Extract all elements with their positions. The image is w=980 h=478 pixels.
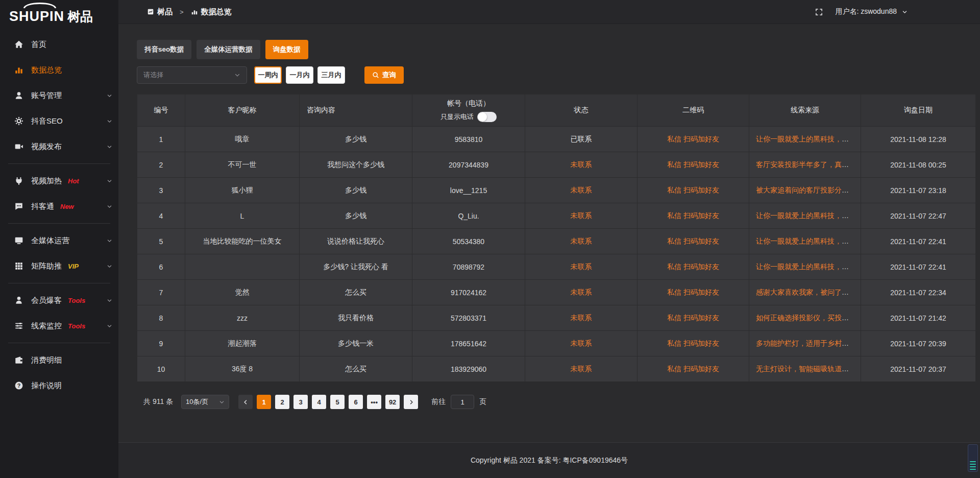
page-button-5[interactable]: 5 [330, 395, 345, 409]
source-link[interactable]: 让你一眼就爱上的黑科技，能... [756, 211, 855, 220]
sidebar-nav: 首页数据总览账号管理抖音SEO视频发布视频加热Hot抖客通New全媒体运营矩阵助… [0, 28, 118, 398]
page-button-6[interactable]: 6 [349, 395, 363, 409]
cell-id: 7 [137, 280, 185, 305]
sidebar-item-heat[interactable]: 视频加热Hot [0, 168, 118, 194]
qrcode-link[interactable]: 私信 扫码加好友 [667, 365, 719, 373]
qrcode-link[interactable]: 私信 扫码加好友 [667, 314, 719, 322]
source-link[interactable]: 无主灯设计，智能磁吸轨道灯... [756, 365, 855, 373]
sliders-icon [14, 321, 23, 330]
sidebar-badge: Hot [68, 177, 79, 185]
breadcrumb-current: 数据总览 [191, 7, 232, 17]
sidebar-item-home[interactable]: 首页 [0, 32, 118, 57]
cell-content: 怎么买 [300, 280, 412, 305]
table-row: 2不可一世我想问这个多少钱2097344839未联系私信 扫码加好友客厅安装投影… [137, 152, 976, 178]
sidebar-divider [8, 223, 110, 224]
cell-nickname: L [185, 203, 300, 229]
sidebar-item-video[interactable]: 视频发布 [0, 134, 118, 159]
period-button-0[interactable]: 一周内 [254, 66, 282, 84]
cell-content: 多少钱 [300, 178, 412, 203]
source-link[interactable]: 被大家追着问的客厅投影分享... [756, 186, 855, 194]
page-button-4[interactable]: 4 [312, 395, 326, 409]
cell-nickname: 当地比较能吃的一位美女 [185, 229, 300, 254]
next-page-button[interactable] [404, 395, 418, 409]
period-button-1[interactable]: 一月内 [286, 66, 313, 84]
page-size-select[interactable]: 10条/页 [181, 395, 229, 409]
query-button[interactable]: 查询 [364, 66, 404, 84]
tab-0[interactable]: 抖音seo数据 [137, 40, 191, 59]
source-link[interactable]: 客厅安装投影半年多了，真实... [756, 160, 855, 169]
tab-2[interactable]: 询盘数据 [265, 40, 308, 59]
status-badge: 未联系 [525, 305, 638, 331]
qrcode-link[interactable]: 私信 扫码加好友 [667, 211, 719, 220]
sidebar-item-bar-chart[interactable]: 数据总览 [0, 57, 118, 83]
help-icon: ? [14, 381, 23, 390]
source-link[interactable]: 多功能护栏灯，适用于乡村文... [756, 339, 855, 347]
search-icon [372, 71, 379, 79]
cell-nickname: 36度 8 [185, 356, 300, 382]
sidebar-item-gear[interactable]: 抖音SEO [0, 108, 118, 134]
page-button-3[interactable]: 3 [293, 395, 308, 409]
cell-date: 2021-11-07 22:41 [861, 229, 976, 254]
qrcode-link[interactable]: 私信 扫码加好友 [667, 288, 719, 296]
main-content: 抖音seo数据全媒体运营数据询盘数据 请选择 一周内一月内三月内 查询 编号客户… [118, 24, 980, 442]
source-link[interactable]: 让你一眼就爱上的黑科技，能... [756, 135, 855, 143]
status-badge: 未联系 [525, 356, 638, 382]
breadcrumb-root[interactable]: 树品 [147, 7, 173, 17]
logo-text-en: SHUPIN [9, 9, 64, 24]
bar-chart-icon [191, 8, 198, 15]
column-header: 线索来源 [749, 94, 861, 127]
cell-qrcode: 私信 扫码加好友 [638, 305, 749, 331]
chevron-down-icon [107, 178, 112, 184]
qrcode-link[interactable]: 私信 扫码加好友 [667, 237, 719, 245]
data-tabs: 抖音seo数据全媒体运营数据询盘数据 [137, 40, 975, 59]
cell-account: 2097344839 [412, 152, 525, 178]
sidebar-item-label: 矩阵助推 [31, 261, 62, 271]
cell-id: 2 [137, 152, 185, 178]
phone-only-toggle[interactable] [477, 112, 497, 122]
tab-1[interactable]: 全媒体运营数据 [197, 40, 260, 59]
cell-source: 感谢大家喜欢我家，被问了好... [749, 280, 861, 305]
page-button-92[interactable]: 92 [385, 395, 400, 409]
sidebar-item-user[interactable]: 账号管理 [0, 83, 118, 108]
qrcode-link[interactable]: 私信 扫码加好友 [667, 262, 719, 271]
source-link[interactable]: 感谢大家喜欢我家，被问了好... [756, 288, 855, 296]
cell-account: love__1215 [412, 178, 525, 203]
cell-content: 我只看价格 [300, 305, 412, 331]
monitor-icon [14, 236, 23, 245]
sidebar-item-member[interactable]: 会员爆客Tools [0, 288, 118, 313]
username[interactable]: 用户名: zswodun88 [835, 7, 897, 16]
filter-select[interactable]: 请选择 [137, 66, 247, 84]
heat-icon [14, 176, 23, 185]
cell-account: 572803371 [412, 305, 525, 331]
source-link[interactable]: 如何正确选择投影仪，买投影... [756, 314, 855, 322]
page-ellipsis-button[interactable]: ••• [367, 395, 381, 409]
column-header: 询盘日期 [861, 94, 976, 127]
sidebar-item-help[interactable]: ?操作说明 [0, 373, 118, 398]
source-link[interactable]: 让你一眼就爱上的黑科技，能... [756, 237, 855, 245]
floating-widget[interactable] [968, 444, 978, 472]
page-button-1[interactable]: 1 [257, 395, 271, 409]
status-badge: 已联系 [525, 127, 638, 152]
page-button-2[interactable]: 2 [275, 395, 289, 409]
cell-qrcode: 私信 扫码加好友 [638, 356, 749, 382]
sidebar-item-wallet[interactable]: 消费明细 [0, 347, 118, 373]
table-row: 6多少钱? 让我死心 看70898792未联系私信 扫码加好友让你一眼就爱上的黑… [137, 254, 976, 280]
qrcode-link[interactable]: 私信 扫码加好友 [667, 339, 719, 347]
prev-page-button[interactable] [238, 395, 253, 409]
period-button-2[interactable]: 三月内 [317, 66, 345, 84]
source-link[interactable]: 让你一眼就爱上的黑科技，能... [756, 262, 855, 271]
cell-date: 2021-11-07 22:41 [861, 254, 976, 280]
qrcode-link[interactable]: 私信 扫码加好友 [667, 160, 719, 169]
qrcode-link[interactable]: 私信 扫码加好友 [667, 186, 719, 194]
qrcode-link[interactable]: 私信 扫码加好友 [667, 135, 719, 143]
app-logo: SHUPIN树品 [0, 0, 118, 28]
cell-account: 9583810 [412, 127, 525, 152]
fullscreen-icon[interactable] [815, 8, 823, 16]
sidebar-item-sliders[interactable]: 线索监控Tools [0, 313, 118, 339]
sidebar-badge: Tools [68, 322, 85, 330]
goto-page-input[interactable] [451, 395, 474, 409]
cell-id: 8 [137, 305, 185, 331]
sidebar-item-grid[interactable]: 矩阵助推VIP [0, 253, 118, 279]
sidebar-item-chat[interactable]: 抖客通New [0, 194, 118, 219]
sidebar-item-monitor[interactable]: 全媒体运营 [0, 228, 118, 253]
